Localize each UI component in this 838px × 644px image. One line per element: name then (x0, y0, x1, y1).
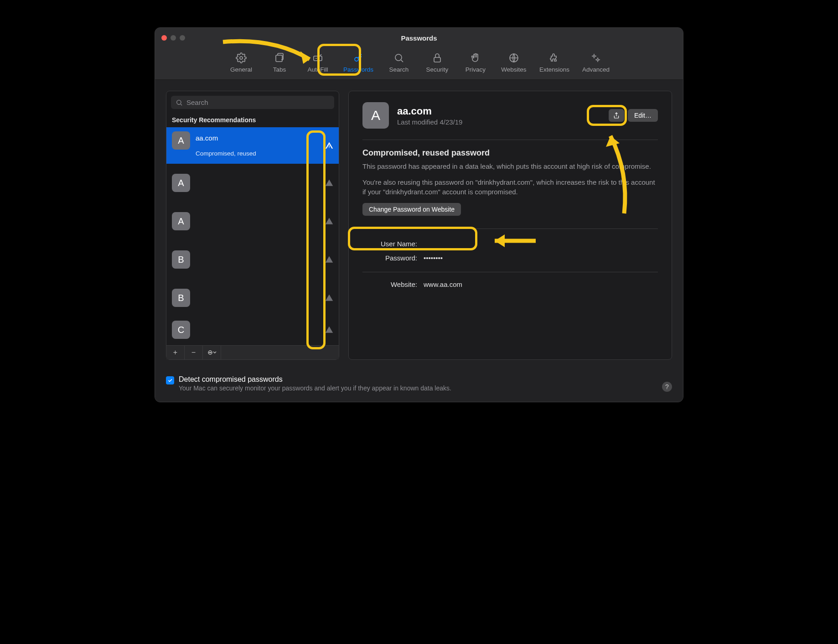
site-avatar: A (172, 212, 190, 230)
row-title: aa.com (196, 134, 320, 142)
search-input[interactable] (186, 99, 330, 106)
password-list[interactable]: A aa.com Compromised, reused A A (166, 127, 339, 345)
list-footer: + − (166, 345, 339, 359)
search-icon (393, 52, 404, 64)
warning-text: You're also reusing this password on "dr… (362, 177, 658, 197)
window-title: Passwords (401, 34, 437, 42)
tabs-icon (274, 52, 285, 64)
passwords-sidebar: Security Recommendations A aa.com Compro… (166, 91, 339, 360)
svg-point-4 (395, 54, 402, 61)
row-subtitle: Compromised, reused (196, 150, 320, 157)
add-button[interactable]: + (166, 346, 185, 359)
detail-subtitle: Last modified 4/23/19 (397, 118, 600, 126)
close-window-button[interactable] (161, 35, 167, 41)
list-item[interactable]: B (166, 240, 339, 279)
username-label: User Name: (362, 240, 417, 248)
detect-checkbox[interactable] (166, 376, 174, 384)
preferences-window: Passwords General Tabs AutoFill Password… (155, 27, 683, 402)
warning-icon (325, 326, 333, 334)
tab-privacy[interactable]: Privacy (463, 52, 488, 73)
detail-avatar: A (362, 102, 389, 129)
tab-autofill[interactable]: AutoFill (305, 52, 331, 73)
tab-tabs[interactable]: Tabs (267, 52, 292, 73)
site-avatar: A (172, 174, 190, 192)
warning-icon (325, 294, 333, 302)
detect-section: Detect compromised passwords Your Mac ca… (155, 371, 683, 402)
detect-label: Detect compromised passwords (179, 375, 451, 384)
list-item[interactable]: A aa.com Compromised, reused (166, 127, 339, 164)
website-label: Website: (362, 280, 417, 288)
tab-security[interactable]: Security (424, 52, 450, 73)
gear-icon (236, 52, 247, 64)
password-label: Password: (362, 254, 417, 262)
warning-icon (325, 217, 333, 225)
tab-general[interactable]: General (228, 52, 254, 73)
warning-icon (325, 141, 333, 150)
svg-point-13 (210, 352, 211, 353)
tab-search[interactable]: Search (386, 52, 412, 73)
edit-button[interactable]: Edit… (628, 109, 658, 122)
list-item[interactable]: A (166, 164, 339, 202)
svg-rect-5 (434, 57, 440, 62)
tab-advanced[interactable]: Advanced (582, 52, 610, 73)
more-button[interactable] (203, 346, 221, 359)
svg-point-8 (597, 59, 599, 61)
svg-rect-2 (314, 56, 322, 61)
detail-pane: A aa.com Last modified 4/23/19 Edit… Com… (348, 91, 672, 360)
tab-passwords[interactable]: Passwords (343, 52, 373, 73)
globe-icon (508, 52, 519, 64)
ellipsis-chevron-icon (207, 350, 217, 355)
preferences-toolbar: General Tabs AutoFill Passwords Search S… (155, 48, 683, 80)
list-item[interactable]: C (166, 317, 339, 343)
help-button[interactable]: ? (662, 382, 672, 392)
website-value: www.aa.com (424, 280, 658, 288)
share-button[interactable] (609, 109, 624, 122)
search-icon (176, 99, 183, 106)
svg-rect-1 (276, 55, 282, 62)
detail-title: aa.com (397, 105, 600, 117)
gears-icon (590, 52, 601, 64)
section-header: Security Recommendations (166, 114, 339, 127)
list-item[interactable]: B (166, 279, 339, 317)
window-controls (161, 35, 185, 41)
remove-button[interactable]: − (185, 346, 203, 359)
autofill-icon (312, 52, 323, 64)
change-password-button[interactable]: Change Password on Website (362, 203, 461, 216)
warning-title: Compromised, reused password (362, 148, 658, 158)
search-field[interactable] (171, 96, 334, 109)
check-icon (167, 378, 173, 383)
zoom-window-button[interactable] (180, 35, 185, 41)
username-value (424, 240, 658, 248)
detect-subtitle: Your Mac can securely monitor your passw… (179, 384, 451, 392)
password-value: •••••••• (424, 254, 658, 262)
warning-icon (325, 255, 333, 264)
svg-point-9 (177, 100, 181, 104)
lock-icon (432, 52, 443, 64)
hand-icon (470, 52, 481, 64)
share-icon (613, 112, 620, 119)
site-avatar: B (172, 289, 190, 307)
svg-point-7 (593, 55, 595, 57)
site-avatar: C (172, 321, 190, 339)
tab-websites[interactable]: Websites (501, 52, 527, 73)
minimize-window-button[interactable] (171, 35, 176, 41)
site-avatar: B (172, 250, 190, 269)
puzzle-icon (549, 52, 560, 64)
warning-icon (325, 179, 333, 187)
warning-text: This password has appeared in a data lea… (362, 161, 658, 171)
site-avatar: A (172, 131, 190, 150)
titlebar: Passwords (155, 28, 683, 48)
list-item[interactable]: A (166, 202, 339, 240)
tab-extensions[interactable]: Extensions (539, 52, 569, 73)
svg-point-0 (240, 57, 243, 59)
key-icon (353, 52, 364, 64)
